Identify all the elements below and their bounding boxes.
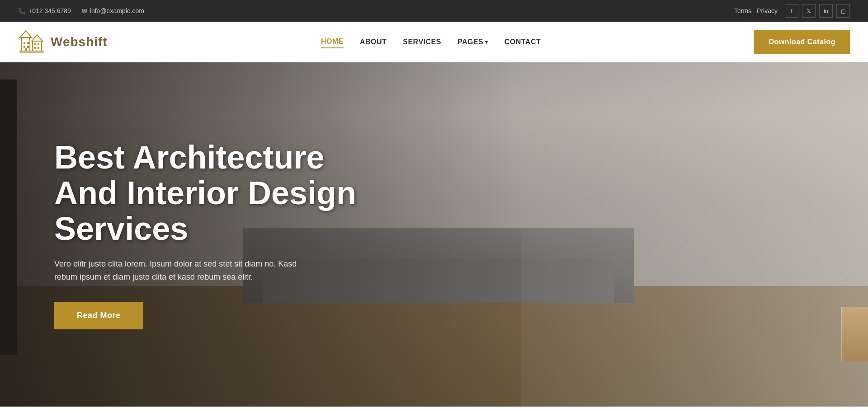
svg-rect-4 [27, 46, 29, 48]
privacy-link[interactable]: Privacy [757, 7, 778, 14]
logo-text: Webshift [51, 35, 108, 49]
email-contact: info@example.com [82, 7, 144, 14]
nav-pages[interactable]: PAGES ▾ [458, 36, 488, 48]
svg-rect-10 [34, 47, 36, 49]
top-bar-left: +012 345 6789 info@example.com [18, 7, 144, 14]
svg-rect-3 [24, 46, 25, 48]
phone-number: +012 345 6789 [28, 7, 71, 14]
logo-icon [18, 28, 45, 56]
linkedin-icon[interactable]: in [819, 4, 833, 18]
svg-rect-1 [24, 42, 25, 44]
logo[interactable]: Webshift [18, 28, 108, 56]
phone-icon [18, 7, 26, 14]
social-links: f 𝕏 in ◻ [785, 4, 850, 18]
svg-rect-9 [38, 43, 39, 45]
instagram-icon[interactable]: ◻ [836, 4, 850, 18]
facebook-icon[interactable]: f [785, 4, 798, 18]
svg-marker-6 [20, 31, 32, 37]
email-address: info@example.com [90, 7, 144, 14]
read-more-button[interactable]: Read More [54, 302, 143, 329]
top-bar-links: Terms Privacy [734, 7, 778, 14]
svg-rect-8 [34, 43, 36, 45]
svg-marker-12 [32, 35, 42, 41]
top-bar: +012 345 6789 info@example.com Terms Pri… [0, 0, 868, 22]
download-catalog-button[interactable]: Download Catalog [754, 30, 850, 54]
terms-link[interactable]: Terms [734, 7, 751, 14]
hero-title: Best Architecture And Interior Design Se… [54, 140, 371, 247]
nav-contact[interactable]: CONTACT [505, 36, 541, 48]
main-nav: HOME ABOUT SERVICES PAGES ▾ CONTACT [321, 36, 541, 48]
phone-contact: +012 345 6789 [18, 7, 71, 14]
pages-chevron-icon: ▾ [485, 39, 488, 45]
nav-home[interactable]: HOME [321, 36, 344, 48]
hero-subtitle: Vero elitr justo clita lorem. Ipsum dolo… [54, 258, 316, 284]
nav-services[interactable]: SERVICES [403, 36, 441, 48]
svg-rect-2 [27, 42, 29, 44]
hero-section: Best Architecture And Interior Design Se… [0, 62, 868, 407]
top-bar-right: Terms Privacy f 𝕏 in ◻ [734, 4, 850, 18]
svg-rect-11 [38, 47, 39, 49]
twitter-icon[interactable]: 𝕏 [802, 4, 816, 18]
nav-about[interactable]: ABOUT [360, 36, 387, 48]
svg-rect-7 [33, 41, 42, 51]
hero-content: Best Architecture And Interior Design Se… [0, 62, 868, 407]
email-icon [82, 7, 87, 14]
header: Webshift HOME ABOUT SERVICES PAGES ▾ CON… [0, 22, 868, 62]
